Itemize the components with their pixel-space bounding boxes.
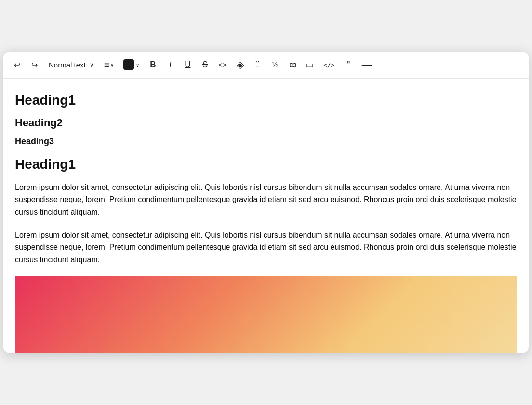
align-dropdown[interactable]: ≡ ∨ <box>100 56 118 73</box>
highlight-button[interactable]: ◈ <box>232 56 248 73</box>
color-swatch <box>123 59 134 70</box>
bold-icon: B <box>150 60 156 69</box>
text-style-dropdown[interactable]: Normal text ∨ <box>44 56 98 73</box>
ordered-list-icon: ½ <box>272 61 278 68</box>
toolbar: ↩ ↪ Normal text ∨ ≡ ∨ ∨ B I U S <box>3 52 529 79</box>
link-icon: ∞ <box>289 58 295 71</box>
text-style-chevron-icon: ∨ <box>90 62 93 68</box>
codeblock-icon: </> <box>323 61 334 68</box>
italic-icon: I <box>169 60 172 69</box>
strikethrough-button[interactable]: S <box>197 56 213 73</box>
color-chevron-icon: ∨ <box>136 62 139 68</box>
link-button[interactable]: ∞ <box>284 56 300 73</box>
redo-icon: ↪ <box>31 60 38 69</box>
heading1-second: Heading1 <box>15 156 517 173</box>
text-style-label: Normal text <box>49 61 86 69</box>
image-button[interactable]: ▭ <box>302 56 318 73</box>
hr-button[interactable]: — <box>358 56 376 73</box>
undo-icon: ↩ <box>14 60 20 69</box>
undo-button[interactable]: ↩ <box>9 56 25 73</box>
strikethrough-icon: S <box>202 60 208 69</box>
italic-button[interactable]: I <box>162 56 178 73</box>
editor-content[interactable]: Heading1 Heading2 Heading3 Heading1 Lore… <box>3 79 529 354</box>
bullets-button[interactable]: ⁚⁚ <box>250 56 265 73</box>
quote-icon: " <box>346 59 350 70</box>
highlight-icon: ◈ <box>237 59 244 70</box>
heading1-first: Heading1 <box>15 92 517 108</box>
redo-button[interactable]: ↪ <box>27 56 42 73</box>
bold-button[interactable]: B <box>145 56 160 73</box>
underline-icon: U <box>185 60 190 69</box>
paragraph-1: Lorem ipsum dolor sit amet, consectetur … <box>15 181 517 218</box>
codeblock-button[interactable]: </> <box>319 56 338 73</box>
heading2: Heading2 <box>15 117 517 129</box>
heading3: Heading3 <box>15 136 517 147</box>
bullets-icon: ⁚⁚ <box>255 59 260 70</box>
align-chevron-icon: ∨ <box>110 62 114 68</box>
image-icon: ▭ <box>306 59 314 70</box>
align-icon: ≡ <box>104 59 110 70</box>
hr-icon: — <box>362 58 372 71</box>
code-inline-button[interactable]: <> <box>214 56 230 73</box>
quote-button[interactable]: " <box>341 56 356 73</box>
paragraph-2: Lorem ipsum dolor sit amet, consectetur … <box>15 229 517 266</box>
ordered-list-button[interactable]: ½ <box>267 56 282 73</box>
underline-button[interactable]: U <box>180 56 195 73</box>
color-picker-button[interactable]: ∨ <box>120 56 143 73</box>
editor-container: ↩ ↪ Normal text ∨ ≡ ∨ ∨ B I U S <box>3 52 529 354</box>
code-inline-icon: <> <box>218 61 226 68</box>
gradient-image-block <box>15 276 517 353</box>
